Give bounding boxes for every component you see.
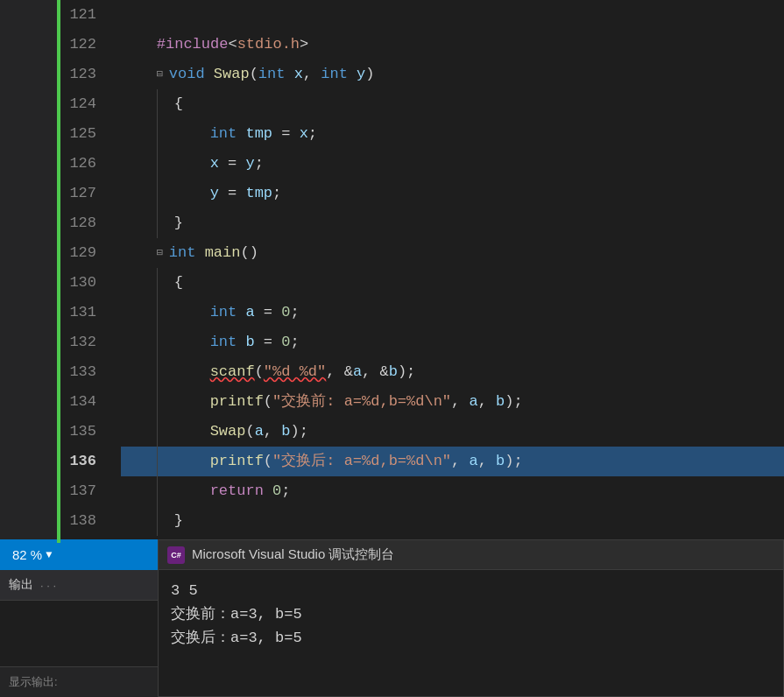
line-num-127: 127: [57, 179, 107, 208]
show-output-label: 显示输出:: [0, 666, 158, 697]
debug-console: C# Microsoft Visual Studio 调试控制台 3 5 交换前…: [158, 539, 784, 697]
collapse-icon-123[interactable]: ⊟: [157, 60, 167, 89]
code-line-124: {: [121, 89, 784, 119]
debug-output: 3 5 交换前：a=3, b=5 交换后：a=3, b=5: [159, 570, 783, 659]
line-numbers: 121 122 123 124 125 126 127 128 129 130 …: [57, 0, 114, 543]
code-line-129: ⊟int main(): [121, 238, 784, 268]
output-content: [0, 601, 158, 666]
zoom-level[interactable]: 82 %: [12, 547, 42, 562]
line-num-133: 133: [57, 357, 107, 387]
code-area: 121 122 123 124 125 126 127 128 129 130 …: [57, 0, 784, 543]
output-tab-label[interactable]: 输出: [9, 577, 33, 593]
debug-title-bar: C# Microsoft Visual Studio 调试控制台: [159, 540, 783, 570]
code-line-125: int tmp = x;: [121, 119, 784, 149]
code-line-126: x = y;: [121, 149, 784, 179]
code-line-121: [121, 0, 784, 30]
code-line-123: ⊟void Swap(int x, int y): [121, 60, 784, 89]
code-line-135: Swap(a, b);: [121, 417, 784, 447]
debug-output-line-3: 交换后：a=3, b=5: [171, 626, 771, 650]
line-num-126: 126: [57, 149, 107, 179]
line-num-136: 136: [57, 447, 107, 476]
line-num-131: 131: [57, 298, 107, 327]
line-num-123: 123: [57, 60, 107, 89]
line-num-125: 125: [57, 119, 107, 149]
line-num-130: 130: [57, 268, 107, 298]
zoom-dropdown-icon[interactable]: ▼: [46, 549, 52, 561]
output-panel: 输出 · · · 显示输出:: [0, 570, 158, 697]
show-output-text: 显示输出:: [9, 674, 58, 690]
debug-title-text: Microsoft Visual Studio 调试控制台: [192, 546, 394, 563]
green-bar: [57, 0, 60, 543]
debug-output-line-1: 3 5: [171, 579, 771, 602]
line-num-135: 135: [57, 417, 107, 447]
code-line-136: printf("交换后: a=%d,b=%d\n", a, b);: [121, 447, 784, 476]
output-tab-dots: · · ·: [40, 579, 56, 592]
line-num-132: 132: [57, 327, 107, 357]
line-num-121: 121: [57, 0, 107, 30]
code-line-131: int a = 0;: [121, 298, 784, 327]
line-num-138: 138: [57, 506, 107, 536]
line-num-137: 137: [57, 476, 107, 506]
code-line-130: {: [121, 268, 784, 298]
code-line-127: y = tmp;: [121, 179, 784, 208]
zoom-bar: 82 % ▼: [0, 539, 158, 570]
code-line-133: scanf("%d %d", &a, &b);: [121, 357, 784, 387]
code-line-134: printf("交换前: a=%d,b=%d\n", a, b);: [121, 387, 784, 417]
line-num-122: 122: [57, 30, 107, 60]
left-gutter: [0, 0, 57, 543]
code-editor: 121 122 123 124 125 126 127 128 129 130 …: [0, 0, 784, 543]
code-line-137: return 0;: [121, 476, 784, 506]
line-num-129: 129: [57, 238, 107, 268]
collapse-icon-129[interactable]: ⊟: [157, 238, 167, 268]
output-tab-row: 输出 · · ·: [0, 570, 158, 601]
line-num-124: 124: [57, 89, 107, 119]
debug-output-line-2: 交换前：a=3, b=5: [171, 602, 771, 626]
code-line-138: }: [121, 506, 784, 536]
code-line-128: }: [121, 208, 784, 238]
vs-icon: C#: [167, 546, 185, 564]
code-line-132: int b = 0;: [121, 327, 784, 357]
code-lines: #include<stdio.h> ⊟void Swap(int x, int …: [114, 0, 784, 543]
line-num-134: 134: [57, 387, 107, 417]
line-num-128: 128: [57, 208, 107, 238]
code-line-122: #include<stdio.h>: [121, 30, 784, 60]
